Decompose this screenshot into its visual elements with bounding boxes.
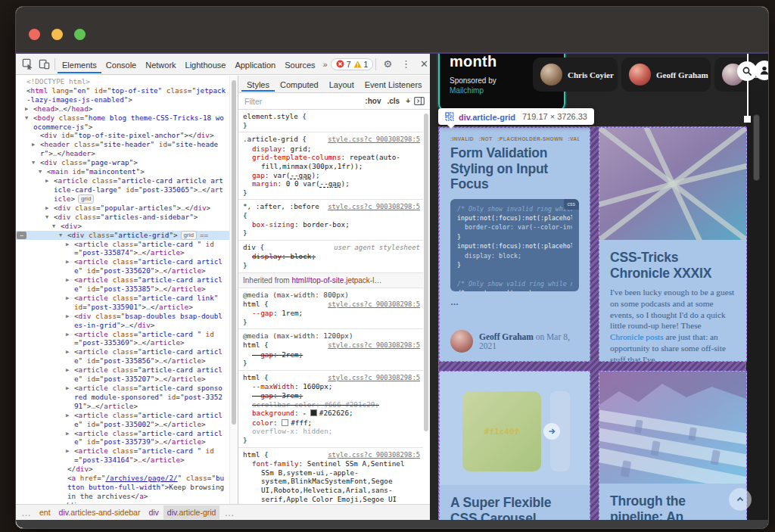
carousel-next-button[interactable] xyxy=(543,423,560,440)
dom-node[interactable]: ▶<article class="article-card article" i… xyxy=(16,347,229,366)
css-declaration[interactable]: scrollbar-color: #666 #201c29; xyxy=(243,400,420,409)
twisty-closed-icon[interactable]: ▶ xyxy=(66,313,69,322)
rule-selector[interactable]: element.style { xyxy=(243,112,307,121)
breadcrumb-item-selected[interactable]: div.article-grid xyxy=(163,506,220,519)
twisty-closed-icon[interactable]: ▶ xyxy=(45,177,48,186)
stylesheet-link[interactable]: style.css?c_900308298:5 xyxy=(328,203,420,212)
rule-selector[interactable]: html { xyxy=(243,450,269,459)
dom-node[interactable]: ▶<article class="article-card article" i… xyxy=(16,366,229,384)
card-title[interactable]: CSS-Tricks Chronicle XXXIX xyxy=(610,250,736,281)
css-declaration[interactable]: --gap: 3rem; xyxy=(243,391,420,400)
css-declaration[interactable]: box-sizing: border-box; xyxy=(243,220,420,229)
article-card-pipeline[interactable]: BUILD TOOL Through the pipeline: An expl… xyxy=(599,371,747,522)
dom-node[interactable]: ▶<head>…</head> xyxy=(16,104,229,114)
breadcrumb-overflow[interactable]: … xyxy=(17,505,35,521)
dom-node[interactable]: ▼<div class="page-wrap"> xyxy=(16,158,229,167)
twisty-open-icon[interactable]: ▼ xyxy=(25,114,28,123)
styles-tab-styles[interactable]: Styles xyxy=(241,76,275,92)
dom-node[interactable]: ▶<article class="article-card article" i… xyxy=(16,275,229,294)
rule-selector[interactable]: .article-grid { xyxy=(243,135,307,144)
minimize-window-button[interactable] xyxy=(51,29,63,40)
article-card-chronicle[interactable]: CHRONICLE PODCAST CSS-Tricks Chronicle X… xyxy=(599,127,747,362)
rule-selector[interactable]: html { xyxy=(243,341,269,350)
twisty-closed-icon[interactable]: ▶ xyxy=(66,366,69,375)
card-image-starburst[interactable] xyxy=(599,128,746,240)
css-declaration[interactable]: grid-template-columns: repeat(auto-fill,… xyxy=(243,153,420,170)
scroll-to-top-button[interactable] xyxy=(729,488,752,511)
inspect-element-icon[interactable] xyxy=(19,56,36,73)
twisty-closed-icon[interactable]: ▶ xyxy=(66,331,69,340)
css-declaration[interactable]: color: #fff; xyxy=(243,418,420,428)
more-actions-button[interactable]: … xyxy=(17,232,26,239)
dom-node[interactable]: ▶<article class="article-card article" i… xyxy=(16,257,229,275)
author-name[interactable]: Geoff Graham xyxy=(479,332,534,341)
article-card-form-validation[interactable]: :INVALID :NOT :PLACEHOLDER-SHOWN :VALID … xyxy=(439,127,590,362)
device-toolbar-icon[interactable] xyxy=(36,56,52,73)
twisty-closed-icon[interactable]: ▶ xyxy=(66,384,69,394)
css-declaration[interactable]: font-family: Sentinel SSm A,Sentinel SSm… xyxy=(243,459,420,505)
dom-node[interactable]: ▶<article class="article-card " id="post… xyxy=(16,446,229,465)
article-card-carousel[interactable]: #f1c40f CAROUSEL SCROLL-SNAP A Super Fle… xyxy=(439,371,590,522)
toggle-class-button[interactable]: .cls xyxy=(384,97,403,105)
inherited-node-link[interactable]: html#top-of-site. xyxy=(291,276,346,285)
avatar[interactable] xyxy=(450,330,473,353)
dom-node[interactable]: ▶<article class="article-card " id="post… xyxy=(16,240,229,258)
dom-node[interactable]: ▼<div> xyxy=(16,222,229,231)
card-title[interactable]: A Super Flexible CSS Carousel, Enhanced … xyxy=(450,495,579,521)
dom-node[interactable]: ▶<div class="bsap-doubles bsap-doubles-i… xyxy=(16,312,229,330)
css-declaration[interactable]: background: ▸ #262626; xyxy=(243,409,420,418)
rule-selector[interactable]: div { xyxy=(243,243,264,252)
css-declaration[interactable]: display: grid; xyxy=(243,145,420,154)
twisty-closed-icon[interactable]: ▶ xyxy=(66,430,69,439)
new-style-rule-button[interactable]: + xyxy=(403,97,413,105)
window-scrollbar-thumb[interactable] xyxy=(753,114,760,181)
dom-node[interactable]: <html lang="en" id="top-of-site" class="… xyxy=(16,86,229,104)
card-image-pipeline[interactable] xyxy=(599,372,746,484)
toggle-hover-state-button[interactable]: :hov xyxy=(362,97,384,105)
twisty-closed-icon[interactable]: ▶ xyxy=(66,241,69,250)
css-declaration[interactable]: margin: 0 0 var(--gap); xyxy=(243,179,420,188)
css-declaration[interactable]: gap: var(--gap); xyxy=(243,171,420,180)
css-declaration[interactable]: --gap: 2rem; xyxy=(243,350,420,359)
dom-node[interactable]: ▼<body class="home blog theme-CSS-Tricks… xyxy=(16,114,229,132)
settings-gear-icon[interactable]: ⚙ xyxy=(378,58,397,70)
stylesheet-link[interactable]: style.css?c_900308298:5 xyxy=(328,135,420,145)
scrollbar-thumb[interactable] xyxy=(232,80,236,425)
card-tags[interactable]: :INVALID :NOT :PLACEHOLDER-SHOWN :VALID … xyxy=(450,136,579,142)
breadcrumb-item[interactable]: div xyxy=(145,506,162,519)
css-declaration[interactable]: --maxWidth: 1600px; xyxy=(243,382,420,391)
color-swatch[interactable] xyxy=(310,409,317,416)
css-declaration[interactable]: display: block; xyxy=(243,252,420,261)
elements-scrollbar[interactable] xyxy=(229,76,238,505)
author-chip-chris-coyier[interactable]: Chris Coyier xyxy=(533,58,618,92)
stylesheet-link[interactable]: style.css?c_900308298:5 xyxy=(328,300,420,310)
stylesheet-link[interactable]: style.css?c_900308298:5 xyxy=(328,451,420,460)
more-tabs-button[interactable]: » xyxy=(320,60,331,69)
color-swatch[interactable] xyxy=(282,419,288,426)
dom-node[interactable]: ▶<article class="article-card article ar… xyxy=(16,176,229,204)
grid-badge[interactable]: grid xyxy=(78,194,94,204)
styles-tab-event-listeners[interactable]: Event Listeners xyxy=(359,76,428,92)
twisty-closed-icon[interactable]: ▶ xyxy=(66,348,69,357)
dom-node[interactable]: ▼<div class="articles-and-sidebar"> xyxy=(16,213,229,222)
dom-node[interactable]: ▶<article class="article-card link" id="… xyxy=(16,294,229,312)
dom-node[interactable]: <div id="top-of-site-pixel-anchor"></div… xyxy=(16,131,229,140)
card-title[interactable]: Through the pipeline: An exploration of … xyxy=(610,493,736,521)
dom-node[interactable]: ▶<header class="site-header" id="site-he… xyxy=(16,140,229,158)
rule-selector[interactable]: *, :after, :before { xyxy=(243,202,323,219)
zoom-window-button[interactable] xyxy=(74,29,86,40)
inherited-node-link[interactable]: jetpack-l… xyxy=(346,276,381,285)
twisty-closed-icon[interactable]: ▶ xyxy=(66,258,69,267)
twisty-closed-icon[interactable]: ▶ xyxy=(66,447,69,456)
stylesheet-link[interactable]: style.css?c_900308298:5 xyxy=(328,374,420,383)
devtools-tab-network[interactable]: Network xyxy=(141,55,180,73)
css-declaration[interactable]: --gap: 1rem; xyxy=(243,309,420,318)
devtools-menu-icon[interactable]: ⋮ xyxy=(397,58,416,70)
breadcrumb-item[interactable]: ent xyxy=(36,506,54,519)
excerpt-link[interactable]: Chronicle posts xyxy=(610,332,664,341)
dom-node[interactable]: ▶<div class="popular-articles">…</div> xyxy=(16,204,229,213)
card-image-carousel-demo[interactable]: #f1c40f xyxy=(440,372,590,485)
rule-selector[interactable]: html { xyxy=(243,300,269,309)
dom-node[interactable]: ▶<article class="article-card sponsored … xyxy=(16,384,229,411)
dom-node[interactable]: ▶<article class="article-card article" i… xyxy=(16,429,229,447)
